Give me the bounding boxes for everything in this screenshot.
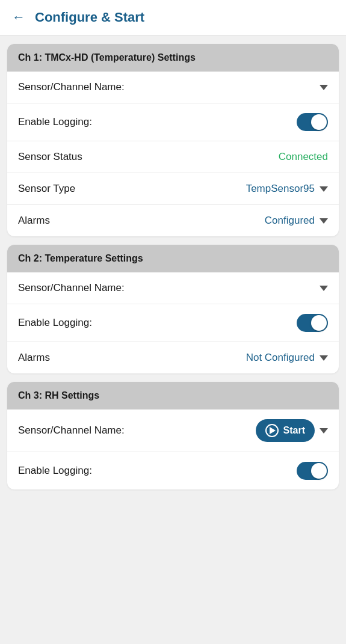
row-value-sensor-type-1: TempSensor95 — [246, 183, 315, 195]
row-alarms-1[interactable]: AlarmsConfigured — [7, 205, 339, 236]
row-label-sensor-channel-name-1: Sensor/Channel Name: — [18, 81, 125, 93]
back-arrow-icon: ← — [12, 10, 25, 25]
row-label-enable-logging-3: Enable Logging: — [18, 465, 92, 477]
section-card-ch3: Ch 3: RH SettingsSensor/Channel Name:Sta… — [7, 382, 339, 489]
chevron-down-icon[interactable] — [320, 428, 328, 434]
row-label-sensor-status-1: Sensor Status — [18, 151, 82, 163]
row-right-enable-logging-3 — [297, 462, 328, 480]
row-alarms-2[interactable]: AlarmsNot Configured — [7, 342, 339, 373]
content: Ch 1: TMCx-HD (Temperature) SettingsSens… — [0, 35, 346, 498]
row-enable-logging-2[interactable]: Enable Logging: — [7, 304, 339, 342]
page-title: Configure & Start — [35, 10, 144, 25]
row-value-alarms-2: Not Configured — [246, 352, 315, 364]
chevron-down-icon[interactable] — [320, 186, 328, 192]
section-header-ch1: Ch 1: TMCx-HD (Temperature) Settings — [7, 44, 339, 72]
start-button[interactable]: Start — [256, 419, 315, 442]
row-label-alarms-1: Alarms — [18, 215, 50, 227]
row-right-sensor-channel-name-2 — [320, 286, 328, 291]
row-value-sensor-status-1: Connected — [279, 151, 328, 163]
section-card-ch1: Ch 1: TMCx-HD (Temperature) SettingsSens… — [7, 44, 339, 236]
row-sensor-channel-name-3[interactable]: Sensor/Channel Name:Start — [7, 409, 339, 452]
row-value-alarms-1: Configured — [265, 215, 315, 227]
row-sensor-type-1[interactable]: Sensor TypeTempSensor95 — [7, 173, 339, 205]
row-sensor-channel-name-2[interactable]: Sensor/Channel Name: — [7, 272, 339, 304]
toggle-thumb — [311, 463, 327, 479]
section-card-ch2: Ch 2: Temperature SettingsSensor/Channel… — [7, 245, 339, 373]
chevron-down-icon[interactable] — [320, 85, 328, 90]
row-right-enable-logging-1 — [297, 113, 328, 131]
section-header-ch3: Ch 3: RH Settings — [7, 382, 339, 409]
row-sensor-channel-name-1[interactable]: Sensor/Channel Name: — [7, 72, 339, 103]
chevron-down-icon[interactable] — [320, 286, 328, 291]
section-header-title-ch2: Ch 2: Temperature Settings — [18, 253, 143, 263]
row-label-sensor-channel-name-3: Sensor/Channel Name: — [18, 425, 125, 437]
chevron-down-icon[interactable] — [320, 355, 328, 361]
row-right-alarms-2: Not Configured — [246, 352, 328, 364]
row-label-alarms-2: Alarms — [18, 352, 50, 364]
chevron-down-icon[interactable] — [320, 218, 328, 224]
section-header-title-ch3: Ch 3: RH Settings — [18, 390, 99, 400]
toggle-thumb — [311, 114, 327, 130]
row-right-enable-logging-2 — [297, 314, 328, 332]
start-button-label: Start — [283, 425, 305, 436]
row-label-enable-logging-1: Enable Logging: — [18, 116, 92, 128]
play-icon — [265, 424, 279, 437]
row-enable-logging-1[interactable]: Enable Logging: — [7, 103, 339, 141]
header: ← Configure & Start — [0, 0, 346, 35]
row-right-sensor-status-1: Connected — [279, 151, 328, 163]
row-label-sensor-channel-name-2: Sensor/Channel Name: — [18, 282, 125, 294]
row-right-sensor-type-1: TempSensor95 — [246, 183, 328, 195]
back-button[interactable]: ← — [12, 10, 25, 25]
row-label-sensor-type-1: Sensor Type — [18, 183, 75, 195]
toggle-enable-logging-1[interactable] — [297, 113, 328, 131]
section-header-ch2: Ch 2: Temperature Settings — [7, 245, 339, 272]
section-header-title-ch1: Ch 1: TMCx-HD (Temperature) Settings — [18, 52, 196, 63]
toggle-track — [297, 462, 328, 480]
toggle-enable-logging-2[interactable] — [297, 314, 328, 332]
start-row-right: Start — [256, 419, 328, 442]
toggle-track — [297, 314, 328, 332]
row-enable-logging-3[interactable]: Enable Logging: — [7, 452, 339, 489]
row-label-enable-logging-2: Enable Logging: — [18, 317, 92, 329]
toggle-enable-logging-3[interactable] — [297, 462, 328, 480]
row-right-alarms-1: Configured — [265, 215, 328, 227]
toggle-thumb — [311, 315, 327, 331]
row-right-sensor-channel-name-3: Start — [256, 419, 328, 442]
play-triangle-icon — [270, 427, 276, 434]
row-right-sensor-channel-name-1 — [320, 85, 328, 90]
toggle-track — [297, 113, 328, 131]
row-sensor-status-1[interactable]: Sensor StatusConnected — [7, 141, 339, 173]
